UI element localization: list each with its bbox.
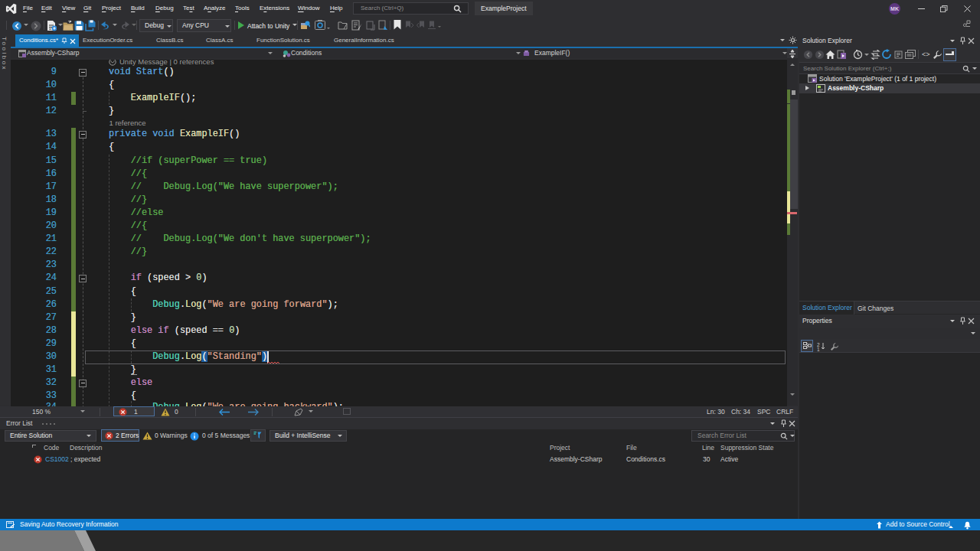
- svg-text:1: 1: [817, 346, 820, 351]
